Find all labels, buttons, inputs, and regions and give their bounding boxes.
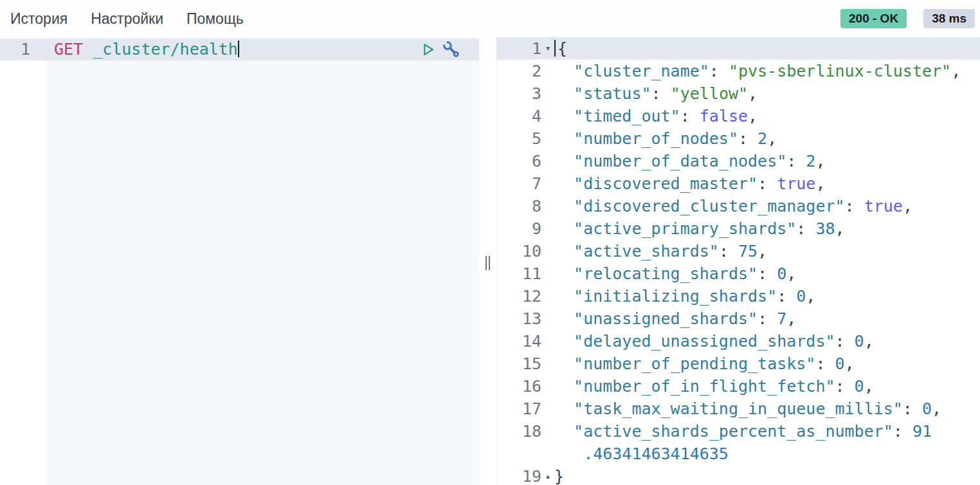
response-line[interactable]: 2 "cluster_name": "pvs-sberlinux-cluster… [496,60,980,82]
code-text: .46341463414635 [554,443,729,465]
code-text: "number_of_pending_tasks": 0, [554,352,855,375]
response-line[interactable]: 16 "number_of_in_flight_fetch": 0, [496,375,980,398]
response-line[interactable]: 15 "number_of_pending_tasks": 0, [496,352,980,375]
status-code-badge: 200 - OK [840,9,907,28]
code-text: "cluster_name": "pvs-sberlinux-cluster", [554,60,961,82]
request-editor[interactable]: 1 GET_cluster/health [0,37,479,485]
fold-spacer [541,217,554,240]
text-cursor [238,41,239,57]
response-editor[interactable]: 1▾{2 "cluster_name": "pvs-sberlinux-clus… [496,37,980,485]
wrench-icon[interactable] [442,40,461,59]
code-text: "delayed_unassigned_shards": 0, [554,330,874,352]
fold-spacer [541,150,554,172]
line-number: 2 [496,60,541,82]
menu-history[interactable]: История [10,10,68,28]
response-line[interactable]: 8 "discovered_cluster_manager": true, [496,195,980,217]
fold-spacer [541,398,554,420]
response-line[interactable]: 1▾{ [496,37,980,60]
line-number [496,443,541,465]
code-text: "relocating_shards": 0, [554,262,796,285]
line-number: 8 [496,195,541,217]
response-line[interactable]: 6 "number_of_data_nodes": 2, [496,150,980,172]
line-number: 6 [496,150,541,172]
fold-spacer [541,240,554,262]
code-text: "initializing_shards": 0, [554,285,815,307]
response-line[interactable]: 5 "number_of_nodes": 2, [496,127,980,150]
fold-spacer [541,262,554,285]
fold-spacer [541,60,554,82]
fold-spacer [541,195,554,217]
text-cursor [554,40,556,57]
drag-handle-icon[interactable] [485,256,490,270]
response-line[interactable]: 17 "task_max_waiting_in_queue_millis": 0… [496,398,980,420]
line-number: 13 [496,307,541,330]
request-actions [419,40,461,59]
line-number: 14 [496,330,541,352]
line-number: 12 [496,285,541,307]
code-text: "number_of_nodes": 2, [554,127,777,150]
request-line[interactable]: 1 GET_cluster/health [0,39,479,60]
fold-spacer [541,82,554,105]
response-line[interactable]: 14 "delayed_unassigned_shards": 0, [496,330,980,352]
response-time-badge: 38 ms [923,9,975,28]
fold-spacer [541,172,554,195]
menu-help[interactable]: Помощь [186,10,244,28]
response-line[interactable]: 19▴} [496,465,980,485]
response-line[interactable]: 7 "discovered_master": true, [496,172,980,195]
response-line[interactable]: .46341463414635 [496,443,980,465]
fold-toggle-icon[interactable]: ▴ [541,465,554,485]
response-line[interactable]: 12 "initializing_shards": 0, [496,285,980,307]
line-number: 16 [496,375,541,398]
http-method: GET [54,40,83,59]
console-toolbar: История Настройки Помощь 200 - OK 38 ms [0,0,980,37]
fold-spacer [541,375,554,398]
send-request-icon[interactable] [419,41,436,59]
fold-spacer [541,352,554,375]
fold-spacer [541,105,554,127]
code-text: "discovered_master": true, [554,172,825,195]
code-text: "task_max_waiting_in_queue_millis": 0, [554,398,941,420]
code-text: "status": "yellow", [554,82,758,105]
fold-spacer [541,330,554,352]
panel-divider[interactable] [479,37,496,485]
response-line[interactable]: 10 "active_shards": 75, [496,240,980,262]
line-number: 10 [496,240,541,262]
menu-settings[interactable]: Настройки [91,10,163,28]
line-number: 7 [496,172,541,195]
code-text: "active_shards_percent_as_number": 91 [554,420,932,443]
code-text: } [554,465,564,485]
fold-toggle-icon[interactable]: ▾ [541,37,554,60]
response-lines: 1▾{2 "cluster_name": "pvs-sberlinux-clus… [496,37,980,485]
code-text: "active_shards": 75, [554,240,767,262]
line-number: 17 [496,398,541,420]
code-text: "timed_out": false, [554,105,758,127]
code-text: "active_primary_shards": 38, [554,217,845,240]
fold-spacer [541,307,554,330]
line-number: 4 [496,105,541,127]
code-text: "discovered_cluster_manager": true, [554,195,912,217]
line-number: 3 [496,82,541,105]
line-number: 18 [496,420,541,443]
response-line[interactable]: 18 "active_shards_percent_as_number": 91 [496,420,980,443]
code-text: { [554,37,567,60]
fold-spacer [541,420,554,443]
code-text: "number_of_data_nodes": 2, [554,150,825,172]
line-number: 11 [496,262,541,285]
response-line[interactable]: 13 "unassigned_shards": 7, [496,307,980,330]
code-text: "number_of_in_flight_fetch": 0, [554,375,874,398]
line-number: 15 [496,352,541,375]
response-line[interactable]: 11 "relocating_shards": 0, [496,262,980,285]
code-text: "unassigned_shards": 7, [554,307,796,330]
response-line[interactable]: 4 "timed_out": false, [496,105,980,127]
fold-spacer [541,285,554,307]
fold-spacer [541,127,554,150]
response-line[interactable]: 3 "status": "yellow", [496,82,980,105]
line-number: 1 [496,37,541,60]
response-line[interactable]: 9 "active_primary_shards": 38, [496,217,980,240]
line-number: 19 [496,465,541,485]
line-number: 5 [496,127,541,150]
console-menu: История Настройки Помощь [10,10,267,28]
response-status-group: 200 - OK 38 ms [840,9,975,28]
line-number: 1 [0,39,46,60]
line-number: 9 [496,217,541,240]
